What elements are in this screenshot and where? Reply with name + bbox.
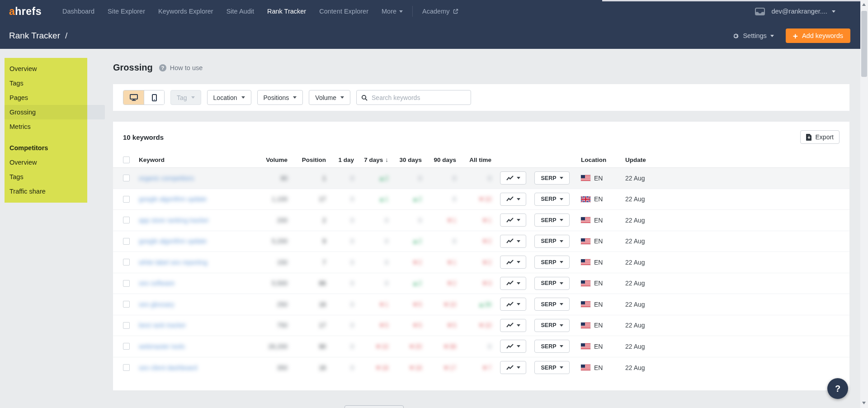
position-history-chart-button[interactable] — [500, 193, 526, 206]
position-history-chart-button[interactable] — [500, 319, 526, 332]
nav-item[interactable]: Rank Tracker — [267, 8, 306, 15]
row-checkbox[interactable] — [123, 343, 130, 350]
serp-button[interactable]: SERP — [534, 319, 570, 332]
change-30-days-cell: ▼5 — [390, 315, 424, 336]
col-volume-label: Volume — [266, 157, 288, 163]
row-checkbox[interactable] — [123, 280, 130, 287]
nav-item[interactable]: Site Audit — [226, 8, 254, 15]
serp-button[interactable]: SERP — [534, 193, 570, 206]
row-checkbox[interactable] — [123, 301, 130, 308]
row-checkbox-cell — [113, 231, 136, 252]
position-history-chart-button[interactable] — [500, 171, 526, 185]
mobile-toggle-button[interactable] — [144, 90, 164, 104]
volume-filter-dropdown[interactable]: Volume — [309, 90, 350, 105]
add-keywords-button[interactable]: + Add keywords — [786, 28, 850, 43]
row-checkbox[interactable] — [123, 196, 130, 203]
how-to-use-link[interactable]: ? How to use — [159, 64, 203, 71]
export-button[interactable]: Export — [800, 130, 840, 144]
col-all-time[interactable]: All time — [458, 152, 493, 167]
col-90-days[interactable]: 90 days — [424, 152, 458, 167]
row-checkbox[interactable] — [123, 238, 130, 245]
position-history-chart-button[interactable] — [500, 213, 526, 227]
sidebar-item[interactable]: Grossing — [5, 105, 105, 119]
serp-button[interactable]: SERP — [534, 340, 570, 353]
chart-cell — [493, 273, 532, 294]
change-1-day-cell: 0 — [328, 168, 356, 189]
col-volume[interactable]: Volume — [252, 152, 289, 167]
position-history-chart-button[interactable] — [500, 340, 526, 353]
col-position[interactable]: Position — [289, 152, 328, 167]
row-checkbox[interactable] — [123, 364, 130, 371]
serp-label: SERP — [541, 322, 556, 328]
sidebar-item[interactable]: Tags — [5, 170, 105, 184]
select-all-checkbox[interactable] — [123, 157, 130, 163]
sidebar-item[interactable]: Metrics — [5, 119, 105, 134]
col-7-days[interactable]: 7 days↓ — [356, 152, 390, 167]
row-checkbox[interactable] — [123, 322, 130, 329]
keyword-link[interactable]: seo glossary — [139, 301, 175, 308]
nav-item[interactable]: Content Explorer — [319, 8, 368, 15]
sidebar-item[interactable]: Competitors — [5, 141, 105, 155]
serp-button[interactable]: SERP — [534, 256, 570, 269]
serp-button[interactable]: SERP — [534, 235, 570, 248]
nav-item[interactable]: Keywords Explorer — [158, 8, 213, 15]
keyword-link[interactable]: webmaster tools — [139, 343, 185, 350]
col-1-day[interactable]: 1 day — [328, 152, 356, 167]
chevron-down-icon — [517, 198, 520, 200]
location-filter-dropdown[interactable]: Location — [207, 90, 251, 105]
keyword-link[interactable]: white label seo reporting — [139, 259, 208, 266]
nav-item[interactable]: Site Explorer — [108, 8, 145, 15]
keyword-link[interactable]: seo software — [139, 280, 175, 287]
sidebar-item[interactable]: Overview — [5, 62, 105, 76]
scrollbar-up-arrow[interactable] — [862, 3, 866, 6]
keyword-cell: google algorithm update — [136, 189, 252, 210]
keyword-link[interactable]: best rank tracker — [139, 322, 186, 329]
position-history-chart-button[interactable] — [500, 256, 526, 269]
scrollbar-down-arrow[interactable] — [862, 402, 866, 404]
row-checkbox[interactable] — [123, 217, 130, 223]
table-row: best rank tracker 750 17 0 ▼5 ▼5 ▼5 ▼10 — [113, 315, 849, 337]
col-keyword[interactable]: Keyword — [136, 152, 252, 167]
desktop-toggle-button[interactable] — [123, 90, 144, 104]
row-checkbox[interactable] — [123, 259, 130, 266]
help-floating-button[interactable]: ? — [827, 378, 848, 399]
search-input[interactable] — [372, 94, 466, 101]
col-30-days[interactable]: 30 days — [390, 152, 424, 167]
settings-button[interactable]: Settings — [732, 32, 774, 39]
serp-button[interactable]: SERP — [534, 277, 570, 290]
sidebar-item[interactable]: Traffic share — [5, 184, 105, 199]
row-checkbox[interactable] — [123, 175, 130, 181]
nav-item[interactable]: Dashboard — [62, 8, 94, 15]
keyword-link[interactable]: google algorithm update — [139, 237, 207, 245]
serp-button[interactable]: SERP — [534, 213, 570, 227]
sidebar-item[interactable]: Overview — [5, 155, 105, 170]
sidebar-item-label: Overview — [9, 159, 37, 166]
keyword-link[interactable]: organic competitors — [139, 175, 194, 182]
serp-button[interactable]: SERP — [534, 298, 570, 311]
sidebar-item[interactable]: Tags — [5, 76, 105, 90]
keyword-link[interactable]: google algorithm update — [139, 195, 207, 203]
flag-us-icon — [581, 323, 590, 328]
academy-link[interactable]: Academy — [422, 8, 458, 15]
serp-button[interactable]: SERP — [534, 361, 570, 374]
position-history-chart-button[interactable] — [500, 277, 526, 290]
col-1-day-label: 1 day — [338, 157, 354, 163]
account-menu[interactable]: dev@rankranger.... — [771, 8, 835, 15]
inbox-icon[interactable] — [755, 8, 765, 15]
keyword-link[interactable]: seo client dashboard — [139, 364, 197, 371]
sidebar-item[interactable]: Pages — [5, 90, 105, 105]
positions-filter-dropdown[interactable]: Positions — [257, 90, 303, 105]
position-cell: 90 — [289, 336, 328, 357]
position-history-chart-button[interactable] — [500, 298, 526, 311]
position-history-chart-button[interactable] — [500, 361, 526, 374]
scrollbar-thumb[interactable] — [861, 11, 867, 77]
tag-filter-dropdown[interactable]: Tag — [170, 90, 201, 105]
serp-button[interactable]: SERP — [534, 171, 570, 185]
ahrefs-logo[interactable]: ahrefs — [9, 5, 42, 18]
chevron-down-icon — [770, 35, 774, 37]
rows-per-page-button-partial[interactable] — [344, 405, 404, 408]
position-history-chart-button[interactable] — [500, 235, 526, 248]
nav-item[interactable]: More — [382, 8, 403, 15]
keyword-search-box — [356, 90, 471, 105]
keyword-link[interactable]: app store ranking tracker — [139, 217, 209, 224]
